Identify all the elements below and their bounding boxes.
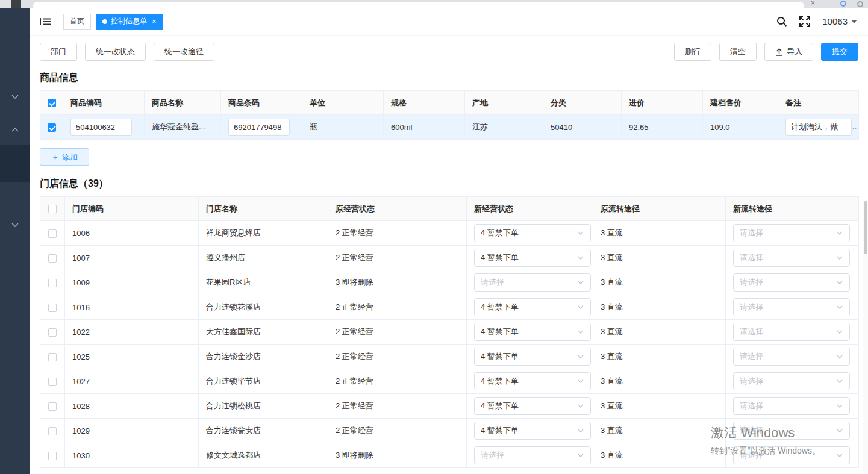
store-old-path: 3 直流 [593,221,726,246]
new-status-select[interactable]: 4 暂禁下单 [474,323,591,341]
new-path-select[interactable]: 请选择 [733,298,850,316]
col-old-path: 原流转途径 [593,197,726,221]
new-path-select[interactable]: 请选择 [733,446,850,464]
browser-address-bar[interactable] [33,2,804,8]
product-code-input[interactable] [70,119,132,136]
scrollbar-thumb[interactable] [864,201,867,254]
new-status-select[interactable]: 4 暂禁下单 [474,298,591,316]
new-status-select[interactable]: 4 暂禁下单 [474,372,591,390]
col-product-price: 建档售价 [703,91,778,115]
row-checkbox[interactable] [48,123,56,132]
import-button[interactable]: 导入 [764,43,813,61]
new-status-value: 4 暂禁下单 [481,302,519,313]
new-status-select[interactable]: 4 暂禁下单 [474,397,591,415]
store-old-status: 2 正常经营 [328,246,467,270]
fullscreen-icon[interactable] [799,16,810,27]
user-id-dropdown[interactable]: 10063 [822,16,857,27]
tab-control-info[interactable]: 控制信息单 × [96,14,163,30]
row-checkbox[interactable] [48,427,57,435]
product-name: 施华蔻金纯盈... [145,115,221,140]
store-old-path: 3 直流 [593,394,726,419]
browser-close-icon[interactable]: × [811,0,815,7]
new-path-value: 请选择 [740,228,763,239]
search-icon[interactable] [776,16,787,27]
browser-menu-icon[interactable] [857,1,863,7]
sidebar-chevron-down-icon[interactable] [10,220,20,229]
product-cost: 92.65 [622,115,703,140]
new-path-select[interactable]: 请选择 [733,348,850,366]
store-code: 1022 [65,320,199,345]
new-status-select[interactable]: 4 暂禁下单 [474,348,591,366]
new-path-select[interactable]: 请选择 [733,224,850,242]
submit-button[interactable]: 提交 [821,43,858,61]
new-status-value: 请选择 [481,450,504,461]
sidebar-chevron-down-icon[interactable] [10,92,20,101]
row-checkbox[interactable] [48,353,57,361]
select-all-checkbox[interactable] [48,205,57,213]
new-path-value: 请选择 [740,326,763,337]
active-tab-dot-icon [102,19,107,24]
tab-home[interactable]: 首页 [63,14,91,30]
store-name: 遵义播州店 [199,246,328,270]
row-checkbox[interactable] [48,229,57,238]
product-unit: 瓶 [302,115,384,140]
chevron-down-icon [836,402,843,410]
store-old-path: 3 直流 [593,270,726,295]
store-old-status: 2 正常经营 [328,345,467,369]
row-checkbox[interactable] [48,328,57,337]
add-product-button[interactable]: ＋ 添加 [40,148,89,166]
new-status-select[interactable]: 4 暂禁下单 [474,224,591,242]
new-status-select[interactable]: 4 暂禁下单 [474,249,591,267]
col-new-path: 新流转途径 [726,197,859,221]
new-status-select[interactable]: 请选择 [474,446,591,464]
row-checkbox[interactable] [48,378,57,386]
row-checkbox[interactable] [48,254,57,263]
store-name: 大方佳鑫国际店 [199,320,328,345]
col-product-spec: 规格 [384,91,465,115]
tab-close-icon[interactable]: × [152,17,157,25]
store-name: 合力连锁花溪店 [199,295,328,320]
col-store-name: 门店名称 [199,197,328,221]
new-path-select[interactable]: 请选择 [733,397,850,415]
browser-avatar-icon[interactable] [840,1,846,7]
new-path-select[interactable]: 请选择 [733,323,850,341]
product-remark-input[interactable] [785,119,852,136]
store-name: 花果园R区店 [199,270,328,295]
row-checkbox[interactable] [48,304,57,312]
row-checkbox[interactable] [48,279,57,287]
new-status-value: 4 暂禁下单 [481,425,519,436]
new-path-select[interactable]: 请选择 [733,273,850,292]
delete-row-button[interactable]: 删行 [674,43,711,61]
chevron-down-icon [836,304,843,311]
chevron-down-icon [577,304,584,311]
vertical-scrollbar[interactable] [863,200,868,474]
col-product-name: 商品名称 [145,91,221,115]
store-old-status: 3 即将删除 [328,443,467,468]
product-barcode-input[interactable] [228,119,290,136]
store-table-row: 1027 合力连锁毕节店 2 正常经营 4 暂禁下单 3 直流 请选择 [40,369,859,394]
row-checkbox[interactable] [48,452,57,460]
new-path-select[interactable]: 请选择 [733,249,850,267]
new-path-select[interactable]: 请选择 [733,422,850,440]
plus-icon: ＋ [51,152,59,163]
sidebar-active-item[interactable] [0,145,30,182]
row-checkbox[interactable] [48,402,57,411]
new-path-select[interactable]: 请选择 [733,372,850,390]
new-status-select[interactable]: 请选择 [474,273,591,292]
store-name: 祥龙商贸息烽店 [199,221,328,246]
select-all-checkbox[interactable] [48,99,56,107]
sidebar-chevron-up-icon[interactable] [10,125,20,135]
dept-button[interactable]: 部门 [40,43,77,61]
batch-change-path-button[interactable]: 统一改途径 [154,43,214,61]
clear-button[interactable]: 清空 [719,43,757,61]
toolbar: 部门 统一改状态 统一改途径 删行 清空 导入 提交 [30,36,868,68]
new-status-select[interactable]: 4 暂禁下单 [474,422,591,440]
batch-change-status-button[interactable]: 统一改状态 [85,43,146,61]
menu-fold-icon[interactable] [40,16,51,27]
chevron-down-icon [836,378,843,385]
store-old-path: 3 直流 [593,369,726,394]
import-button-label: 导入 [787,46,802,57]
store-old-status: 2 正常经营 [328,394,467,419]
chevron-down-icon [836,328,843,335]
store-code: 1028 [65,394,199,419]
